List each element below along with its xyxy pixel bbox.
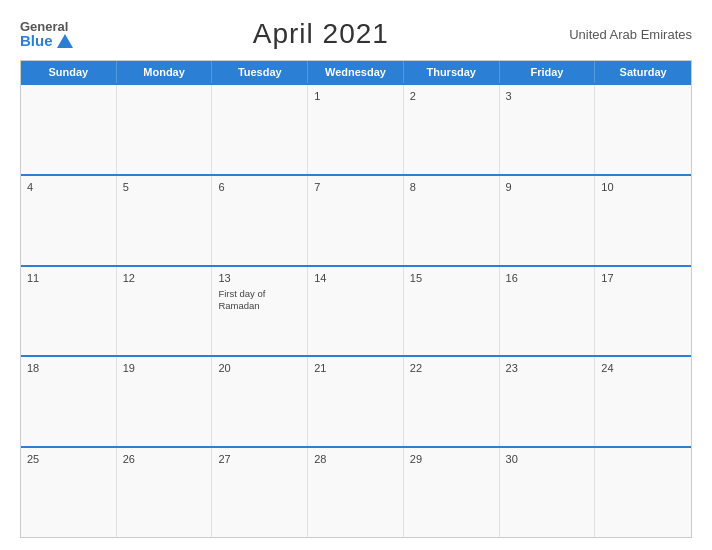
- day-headers-row: Sunday Monday Tuesday Wednesday Thursday…: [21, 61, 691, 83]
- day-number: 19: [123, 362, 206, 374]
- day-number: 30: [506, 453, 589, 465]
- week-row-2: 45678910: [21, 174, 691, 265]
- header-friday: Friday: [500, 61, 596, 83]
- week-row-5: 252627282930: [21, 446, 691, 537]
- day-cell-w1-d4: 1: [308, 85, 404, 174]
- header-monday: Monday: [117, 61, 213, 83]
- day-cell-w1-d3: [212, 85, 308, 174]
- day-number: 12: [123, 272, 206, 284]
- day-cell-w2-d7: 10: [595, 176, 691, 265]
- day-number: 1: [314, 90, 397, 102]
- header-sunday: Sunday: [21, 61, 117, 83]
- day-number: 10: [601, 181, 685, 193]
- day-number: 3: [506, 90, 589, 102]
- day-cell-w2-d2: 5: [117, 176, 213, 265]
- country-label: United Arab Emirates: [569, 27, 692, 42]
- day-number: 29: [410, 453, 493, 465]
- header-saturday: Saturday: [595, 61, 691, 83]
- day-cell-w4-d2: 19: [117, 357, 213, 446]
- day-number: 11: [27, 272, 110, 284]
- day-number: 6: [218, 181, 301, 193]
- header-wednesday: Wednesday: [308, 61, 404, 83]
- day-number: 2: [410, 90, 493, 102]
- day-cell-w5-d6: 30: [500, 448, 596, 537]
- day-cell-w3-d7: 17: [595, 267, 691, 356]
- day-cell-w3-d5: 15: [404, 267, 500, 356]
- day-number: 16: [506, 272, 589, 284]
- day-cell-w4-d6: 23: [500, 357, 596, 446]
- logo: General Blue: [20, 20, 73, 48]
- header: General Blue April 2021 United Arab Emir…: [20, 18, 692, 50]
- month-title: April 2021: [253, 18, 389, 50]
- day-cell-w4-d7: 24: [595, 357, 691, 446]
- day-number: 5: [123, 181, 206, 193]
- day-number: 22: [410, 362, 493, 374]
- day-number: 9: [506, 181, 589, 193]
- day-number: 4: [27, 181, 110, 193]
- day-number: 20: [218, 362, 301, 374]
- logo-triangle-icon: [57, 34, 73, 48]
- day-number: 27: [218, 453, 301, 465]
- day-number: 25: [27, 453, 110, 465]
- day-cell-w3-d2: 12: [117, 267, 213, 356]
- day-cell-w2-d4: 7: [308, 176, 404, 265]
- day-cell-w4-d3: 20: [212, 357, 308, 446]
- week-row-4: 18192021222324: [21, 355, 691, 446]
- day-number: 28: [314, 453, 397, 465]
- week-row-3: 111213First day of Ramadan14151617: [21, 265, 691, 356]
- week-row-1: 123: [21, 83, 691, 174]
- day-event-label: First day of Ramadan: [218, 288, 301, 313]
- day-cell-w1-d6: 3: [500, 85, 596, 174]
- header-thursday: Thursday: [404, 61, 500, 83]
- day-cell-w2-d3: 6: [212, 176, 308, 265]
- day-cell-w3-d4: 14: [308, 267, 404, 356]
- day-cell-w1-d2: [117, 85, 213, 174]
- day-cell-w2-d6: 9: [500, 176, 596, 265]
- day-cell-w3-d6: 16: [500, 267, 596, 356]
- day-cell-w5-d1: 25: [21, 448, 117, 537]
- day-cell-w3-d3: 13First day of Ramadan: [212, 267, 308, 356]
- day-number: 13: [218, 272, 301, 284]
- day-number: 8: [410, 181, 493, 193]
- day-cell-w5-d3: 27: [212, 448, 308, 537]
- day-cell-w4-d5: 22: [404, 357, 500, 446]
- weeks-container: 12345678910111213First day of Ramadan141…: [21, 83, 691, 537]
- day-cell-w5-d2: 26: [117, 448, 213, 537]
- day-cell-w2-d1: 4: [21, 176, 117, 265]
- logo-blue-text: Blue: [20, 33, 73, 48]
- day-cell-w4-d4: 21: [308, 357, 404, 446]
- day-number: 26: [123, 453, 206, 465]
- day-number: 17: [601, 272, 685, 284]
- day-number: 24: [601, 362, 685, 374]
- day-number: 15: [410, 272, 493, 284]
- day-cell-w3-d1: 11: [21, 267, 117, 356]
- day-cell-w1-d7: [595, 85, 691, 174]
- calendar-grid: Sunday Monday Tuesday Wednesday Thursday…: [20, 60, 692, 538]
- day-number: 18: [27, 362, 110, 374]
- day-number: 14: [314, 272, 397, 284]
- day-number: 23: [506, 362, 589, 374]
- day-cell-w4-d1: 18: [21, 357, 117, 446]
- day-cell-w1-d1: [21, 85, 117, 174]
- day-cell-w5-d4: 28: [308, 448, 404, 537]
- day-number: 7: [314, 181, 397, 193]
- day-cell-w5-d7: [595, 448, 691, 537]
- day-cell-w1-d5: 2: [404, 85, 500, 174]
- day-number: 21: [314, 362, 397, 374]
- day-cell-w2-d5: 8: [404, 176, 500, 265]
- calendar-page: General Blue April 2021 United Arab Emir…: [0, 0, 712, 550]
- header-tuesday: Tuesday: [212, 61, 308, 83]
- day-cell-w5-d5: 29: [404, 448, 500, 537]
